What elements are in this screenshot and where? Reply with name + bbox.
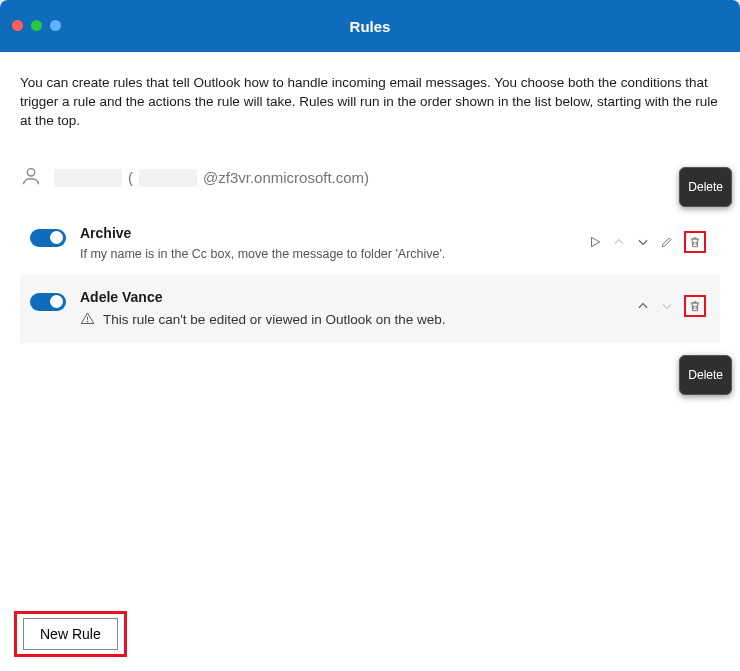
new-rule-button[interactable]: New Rule xyxy=(23,618,118,650)
svg-point-3 xyxy=(87,321,88,322)
move-down-icon[interactable] xyxy=(636,235,650,249)
svg-point-0 xyxy=(27,168,34,175)
edit-icon[interactable] xyxy=(660,235,674,249)
account-row: ( @zf3vr.onmicrosoft.com) xyxy=(20,165,720,191)
delete-icon[interactable] xyxy=(688,235,702,249)
rule-actions xyxy=(588,231,706,253)
warning-icon xyxy=(80,311,95,329)
close-window-button[interactable] xyxy=(12,20,23,31)
delete-highlight xyxy=(684,295,706,317)
rule-toggle[interactable] xyxy=(30,229,66,247)
rule-title: Archive xyxy=(80,225,574,241)
new-rule-highlight: New Rule xyxy=(14,611,127,657)
redacted-email-prefix xyxy=(139,169,197,187)
window-title: Rules xyxy=(350,18,391,35)
rule-body: Archive If my name is in the Cc box, mov… xyxy=(80,225,574,261)
account-email-open: ( xyxy=(128,169,133,186)
account-email-suffix: @zf3vr.onmicrosoft.com) xyxy=(203,169,369,186)
move-up-icon[interactable] xyxy=(636,299,650,313)
rule-title: Adele Vance xyxy=(80,289,622,305)
move-down-icon xyxy=(660,299,674,313)
svg-marker-1 xyxy=(592,237,600,246)
rule-warning-text: This rule can't be edited or viewed in O… xyxy=(103,312,446,327)
rule-toggle[interactable] xyxy=(30,293,66,311)
account-name: ( @zf3vr.onmicrosoft.com) xyxy=(54,169,369,187)
rule-body: Adele Vance This rule can't be edited or… xyxy=(80,289,622,329)
run-icon[interactable] xyxy=(588,235,602,249)
rule-warning: This rule can't be edited or viewed in O… xyxy=(80,311,622,329)
move-up-icon xyxy=(612,235,626,249)
titlebar: Rules xyxy=(0,0,740,52)
rules-description: You can create rules that tell Outlook h… xyxy=(20,74,720,131)
person-icon xyxy=(20,165,42,191)
rule-actions xyxy=(636,295,706,317)
redacted-name xyxy=(54,169,122,187)
minimize-window-button[interactable] xyxy=(31,20,42,31)
content-area: You can create rules that tell Outlook h… xyxy=(0,52,740,343)
delete-tooltip: Delete xyxy=(679,355,732,395)
delete-icon[interactable] xyxy=(688,299,702,313)
delete-tooltip: Delete xyxy=(679,167,732,207)
window-controls xyxy=(12,20,61,31)
rule-row: Archive If my name is in the Cc box, mov… xyxy=(20,211,720,275)
rule-row: Adele Vance This rule can't be edited or… xyxy=(20,275,720,343)
rule-description: If my name is in the Cc box, move the me… xyxy=(80,247,574,261)
maximize-window-button[interactable] xyxy=(50,20,61,31)
delete-highlight xyxy=(684,231,706,253)
rules-window: Rules You can create rules that tell Out… xyxy=(0,0,740,671)
